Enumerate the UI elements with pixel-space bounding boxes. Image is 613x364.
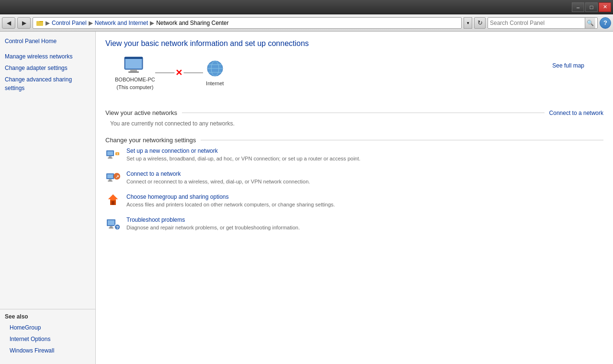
svg-rect-2: [125, 58, 142, 68]
content-area: View your basic network information and …: [96, 32, 613, 364]
svg-marker-25: [108, 194, 118, 200]
see-also-title: See also: [5, 313, 91, 320]
active-networks-title: View your active networks: [105, 109, 177, 116]
sep3: ▶: [150, 20, 154, 26]
connect-network-link[interactable]: Connect to a network: [126, 171, 603, 177]
forward-icon: ▶: [22, 20, 26, 26]
back-icon: ◀: [7, 20, 11, 26]
window-controls: – □ ✕: [572, 2, 611, 12]
internet-label: Internet: [206, 80, 224, 86]
change-settings-section: Change your networking settings +: [105, 136, 603, 232]
svg-rect-28: [110, 226, 113, 228]
sep1: ▶: [45, 20, 50, 26]
setup-connection-icon: +: [105, 148, 121, 163]
sidebar-homegroup[interactable]: HomeGroup: [5, 322, 91, 333]
troubleshoot-link[interactable]: Troubleshoot problems: [126, 216, 603, 223]
computer-name: BOBOHOME-PC: [115, 77, 155, 82]
svg-rect-13: [109, 156, 112, 158]
help-button[interactable]: ?: [600, 17, 611, 29]
close-button[interactable]: ✕: [599, 2, 611, 12]
disconnected-icon: ✕: [174, 68, 183, 77]
connection-line: ✕: [155, 63, 203, 82]
refresh-button[interactable]: ↻: [474, 17, 486, 29]
minimize-button[interactable]: –: [572, 2, 584, 12]
setup-connection-link[interactable]: Set up a new connection or network: [126, 148, 603, 154]
homegroup-text: Choose homegroup and sharing options Acc…: [126, 193, 603, 208]
breadcrumb: ▶ Control Panel ▶ Network and Internet ▶…: [33, 17, 462, 29]
forward-button[interactable]: ▶: [17, 17, 31, 29]
folder-icon: [36, 19, 44, 27]
computer-node: BOBOHOME-PC (This computer): [115, 56, 155, 90]
setup-connection-text: Set up a new connection or network Set u…: [126, 148, 603, 162]
svg-rect-20: [108, 181, 113, 182]
setup-connection-item: + Set up a new connection or network Set…: [105, 148, 603, 163]
homegroup-link[interactable]: Choose homegroup and sharing options: [126, 193, 603, 200]
sidebar-internet-options[interactable]: Internet Options: [5, 333, 91, 345]
back-button[interactable]: ◀: [2, 17, 15, 29]
see-also-section: See also HomeGroup Internet Options Wind…: [0, 309, 95, 360]
svg-rect-29: [109, 228, 114, 228]
settings-divider: [201, 140, 603, 140]
search-box: 🔍: [488, 17, 598, 29]
search-input[interactable]: [490, 20, 585, 26]
svg-rect-19: [109, 179, 112, 181]
sidebar-advanced-sharing[interactable]: Change advanced sharing settings: [0, 74, 95, 94]
connect-network-icon: ↗: [105, 171, 121, 186]
connect-to-network-link[interactable]: Connect to a network: [549, 110, 603, 116]
troubleshoot-desc: Diagnose and repair network problems, or…: [126, 225, 300, 230]
pc-icon: [123, 56, 147, 75]
sidebar: Control Panel Home Manage wireless netwo…: [0, 32, 96, 364]
homegroup-icon: [105, 193, 121, 209]
title-bar: – □ ✕: [0, 0, 613, 14]
sidebar-windows-firewall[interactable]: Windows Firewall: [5, 345, 91, 356]
internet-icon: [203, 59, 227, 79]
address-bar: ◀ ▶ ▶ Control Panel ▶ Network and Intern…: [0, 14, 613, 32]
breadcrumb-network-internet[interactable]: Network and Internet: [95, 20, 148, 26]
svg-rect-3: [130, 69, 137, 71]
computer-sub: (This computer): [116, 84, 153, 90]
main-layout: Control Panel Home Manage wireless netwo…: [0, 32, 613, 364]
internet-node: Internet: [203, 59, 227, 86]
network-map: BOBOHOME-PC (This computer) ✕: [105, 56, 552, 90]
page-title: View your basic network information and …: [105, 39, 603, 48]
line: ✕: [155, 72, 203, 73]
homegroup-desc: Access files and printers located on oth…: [126, 202, 335, 207]
troubleshoot-icon: ?: [105, 216, 121, 232]
svg-rect-24: [112, 201, 114, 205]
change-settings-title: Change your networking settings: [105, 136, 196, 144]
sidebar-manage-networks[interactable]: Manage wireless networks: [0, 51, 95, 62]
sep2: ▶: [89, 20, 93, 26]
see-full-map-link[interactable]: See full map: [552, 62, 584, 69]
svg-rect-5: [125, 57, 143, 59]
sidebar-adapter-settings[interactable]: Change adapter settings: [0, 62, 95, 74]
breadcrumb-control-panel[interactable]: Control Panel: [52, 20, 87, 26]
sidebar-home[interactable]: Control Panel Home: [0, 35, 95, 47]
svg-rect-14: [108, 158, 113, 159]
section-divider: [182, 113, 545, 113]
svg-rect-4: [128, 71, 139, 73]
svg-text:↗: ↗: [115, 174, 119, 179]
active-networks-header: View your active networks Connect to a n…: [105, 109, 603, 116]
breadcrumb-dropdown[interactable]: ▾: [464, 17, 472, 29]
svg-text:+: +: [116, 152, 118, 156]
troubleshoot-text: Troubleshoot problems Diagnose and repai…: [126, 216, 603, 231]
change-settings-header: Change your networking settings: [105, 136, 603, 144]
svg-rect-12: [107, 151, 113, 155]
homegroup-item: Choose homegroup and sharing options Acc…: [105, 193, 603, 209]
svg-text:?: ?: [116, 225, 119, 230]
svg-rect-27: [108, 220, 114, 225]
connect-network-text: Connect to a network Connect or reconnec…: [126, 171, 603, 185]
connect-network-item: ↗ Connect to a network Connect or reconn…: [105, 171, 603, 186]
troubleshoot-item: ? Troubleshoot problems Diagnose and rep…: [105, 216, 603, 232]
connect-network-desc: Connect or reconnect to a wireless, wire…: [126, 179, 310, 184]
search-button[interactable]: 🔍: [585, 18, 595, 28]
no-network-message: You are currently not connected to any n…: [105, 120, 603, 127]
setup-connection-desc: Set up a wireless, broadband, dial-up, a…: [126, 156, 361, 161]
svg-rect-18: [107, 174, 113, 178]
breadcrumb-current: Network and Sharing Center: [156, 20, 228, 26]
maximize-button[interactable]: □: [585, 2, 598, 12]
